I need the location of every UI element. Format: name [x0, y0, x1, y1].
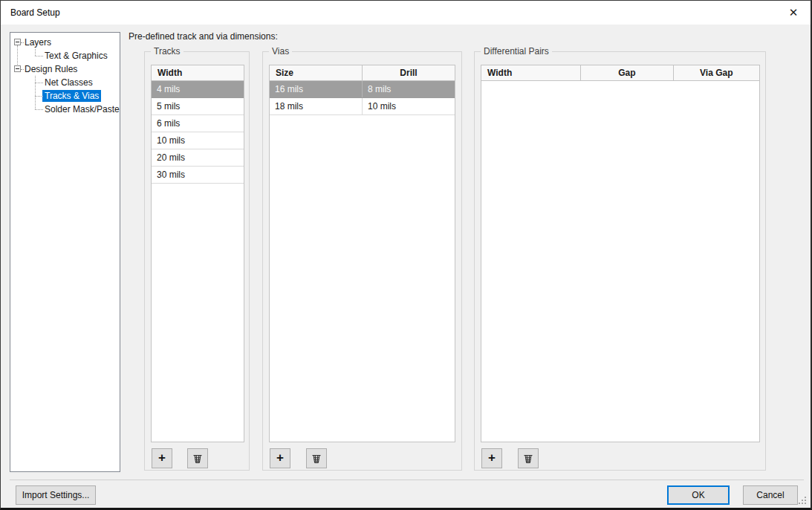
cancel-label: Cancel — [756, 490, 784, 500]
differential-pairs-group-label: Differential Pairs — [481, 46, 552, 57]
tree-connector — [35, 83, 43, 83]
title-bar[interactable]: Board Setup ✕ — [1, 1, 811, 25]
table-empty-area[interactable] — [481, 81, 759, 442]
track-width-cell[interactable]: 20 mils — [152, 149, 244, 166]
section-label: Pre-defined track and via dimensions: — [129, 31, 278, 42]
via-drill-cell[interactable]: 8 mils — [362, 81, 455, 97]
trash-icon — [522, 453, 534, 465]
column-header-size[interactable]: Size — [270, 65, 362, 80]
track-width-cell[interactable]: 10 mils — [152, 132, 244, 149]
vias-group-label: Vias — [269, 46, 292, 57]
differential-pairs-group: Differential Pairs Width Gap Via Gap + — [474, 51, 766, 471]
resize-grip[interactable] — [798, 496, 807, 505]
via-drill-cell[interactable]: 10 mils — [362, 98, 455, 114]
via-size-cell[interactable]: 16 mils — [270, 81, 362, 97]
trash-icon — [192, 453, 204, 465]
column-header-gap[interactable]: Gap — [580, 65, 672, 80]
tree-item-label: Net Classes — [42, 77, 95, 88]
import-settings-button[interactable]: Import Settings... — [16, 485, 96, 505]
collapse-icon[interactable] — [14, 39, 21, 45]
tracks-group: Tracks Width 4 mils 5 mils 6 mils 10 mil… — [144, 51, 250, 471]
column-header-width[interactable]: Width — [152, 65, 244, 80]
cancel-button[interactable]: Cancel — [743, 485, 798, 505]
table-row[interactable]: 4 mils — [152, 81, 244, 98]
track-width-cell[interactable]: 5 mils — [152, 98, 244, 114]
track-width-cell[interactable]: 30 mils — [152, 167, 244, 183]
ok-button[interactable]: OK — [667, 485, 730, 505]
column-header-via-gap[interactable]: Via Gap — [673, 65, 759, 80]
board-setup-dialog: Board Setup ✕ Layers Text & Graphics Des… — [0, 0, 812, 510]
tree-connector — [35, 109, 43, 110]
close-icon[interactable]: ✕ — [778, 1, 809, 24]
vias-table-header: Size Drill — [270, 65, 455, 81]
track-width-cell[interactable]: 6 mils — [152, 115, 244, 132]
settings-tree[interactable]: Layers Text & Graphics Design Rules Net … — [10, 32, 120, 472]
import-settings-label: Import Settings... — [22, 490, 90, 500]
sidebar-item-layers[interactable]: Layers — [10, 36, 120, 49]
column-header-drill[interactable]: Drill — [362, 65, 455, 80]
table-row[interactable]: 18 mils 10 mils — [270, 98, 455, 115]
vias-group: Vias Size Drill 16 mils 8 mils 18 mils 1… — [262, 51, 462, 471]
sidebar-item-text-graphics[interactable]: Text & Graphics — [10, 49, 120, 62]
collapse-icon[interactable] — [14, 65, 21, 72]
differential-pairs-table[interactable]: Width Gap Via Gap — [481, 65, 760, 442]
table-row[interactable]: 6 mils — [152, 115, 244, 132]
vias-table[interactable]: Size Drill 16 mils 8 mils 18 mils 10 mil… — [269, 65, 455, 442]
sidebar-item-net-classes[interactable]: Net Classes — [10, 76, 120, 89]
tree-connector — [35, 56, 43, 57]
sidebar-item-solder-mask-paste[interactable]: Solder Mask/Paste — [10, 103, 120, 116]
tree-item-label: Text & Graphics — [42, 50, 110, 62]
table-row[interactable]: 5 mils — [152, 98, 244, 115]
tree-connector — [35, 96, 43, 97]
delete-diff-pair-button[interactable] — [518, 448, 539, 468]
table-row[interactable]: 20 mils — [152, 149, 244, 167]
sidebar-item-tracks-vias[interactable]: Tracks & Vias — [10, 89, 120, 103]
via-size-cell[interactable]: 18 mils — [270, 98, 362, 114]
add-track-button[interactable]: + — [152, 448, 172, 468]
tree-item-label-selected: Tracks & Vias — [42, 90, 101, 102]
delete-track-button[interactable] — [187, 448, 208, 468]
plus-icon: + — [276, 451, 284, 465]
table-row[interactable]: 16 mils 8 mils — [270, 81, 455, 98]
delete-via-button[interactable] — [306, 448, 327, 468]
table-row[interactable]: 10 mils — [152, 132, 244, 149]
footer-divider — [10, 480, 804, 480]
plus-icon: + — [488, 451, 496, 465]
tree-item-label: Layers — [22, 36, 53, 48]
track-width-cell[interactable]: 4 mils — [152, 81, 244, 97]
tree-item-label: Design Rules — [22, 63, 79, 75]
plus-icon: + — [158, 451, 166, 465]
table-row[interactable]: 30 mils — [152, 167, 244, 184]
add-via-button[interactable]: + — [270, 448, 290, 468]
ok-label: OK — [692, 490, 704, 500]
window-title: Board Setup — [10, 7, 60, 18]
sidebar-item-design-rules[interactable]: Design Rules — [10, 62, 120, 76]
differential-pairs-table-header: Width Gap Via Gap — [481, 65, 759, 81]
tree-connector — [21, 42, 24, 43]
tree-connector — [21, 69, 24, 70]
add-diff-pair-button[interactable]: + — [481, 448, 502, 468]
tracks-group-label: Tracks — [151, 46, 183, 57]
tracks-table[interactable]: Width 4 mils 5 mils 6 mils 10 mils 20 mi… — [151, 65, 244, 442]
tracks-table-header: Width — [152, 65, 244, 81]
tree-item-label: Solder Mask/Paste — [42, 103, 122, 115]
column-header-width[interactable]: Width — [481, 65, 580, 80]
trash-icon — [311, 453, 322, 465]
